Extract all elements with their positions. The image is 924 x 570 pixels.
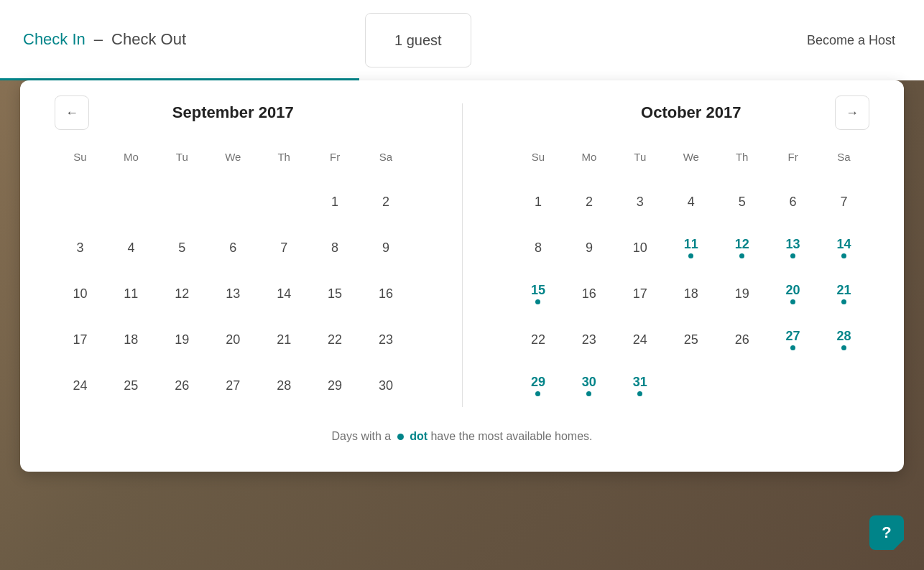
table-row[interactable]: 6 bbox=[208, 226, 259, 269]
table-row[interactable]: 5 bbox=[716, 180, 767, 223]
september-title: September 2017 bbox=[172, 103, 294, 122]
table-row[interactable]: 21 bbox=[818, 272, 869, 315]
legend-suffix: have the most available homes. bbox=[430, 430, 592, 442]
table-row[interactable]: 21 bbox=[259, 318, 310, 361]
october-title: October 2017 bbox=[641, 103, 741, 122]
table-row[interactable]: 10 bbox=[55, 272, 106, 315]
october-days: 1234567891011121314151617181920212223242… bbox=[513, 180, 870, 407]
table-row[interactable]: 20 bbox=[767, 272, 818, 315]
table-row[interactable]: 27 bbox=[767, 318, 818, 361]
table-row[interactable]: 29 bbox=[513, 364, 564, 407]
separator: – bbox=[94, 30, 103, 49]
table-row[interactable]: 7 bbox=[818, 180, 869, 223]
day-header-fr: Fr bbox=[310, 145, 361, 169]
table-row bbox=[716, 364, 767, 407]
table-row bbox=[106, 180, 157, 223]
table-row[interactable]: 6 bbox=[767, 180, 818, 223]
september-calendar: ← September 2017 Su Mo Tu We Th Fr Sa 12… bbox=[55, 103, 412, 407]
table-row[interactable]: 15 bbox=[513, 272, 564, 315]
availability-dot bbox=[535, 391, 540, 396]
oct-day-header-th: Th bbox=[716, 145, 767, 169]
table-row[interactable]: 25 bbox=[665, 318, 716, 361]
table-row[interactable]: 10 bbox=[614, 226, 665, 269]
table-row[interactable]: 4 bbox=[665, 180, 716, 223]
table-row[interactable]: 17 bbox=[55, 318, 106, 361]
table-row[interactable]: 28 bbox=[259, 364, 310, 407]
header: Check In – Check Out 1 guest Become a Ho… bbox=[0, 0, 924, 80]
table-row[interactable]: 8 bbox=[513, 226, 564, 269]
table-row[interactable]: 3 bbox=[55, 226, 106, 269]
table-row[interactable]: 5 bbox=[157, 226, 208, 269]
table-row[interactable]: 18 bbox=[106, 318, 157, 361]
table-row[interactable]: 24 bbox=[614, 318, 665, 361]
table-row bbox=[818, 364, 869, 407]
september-grid: Su Mo Tu We Th Fr Sa 1234567891011121314… bbox=[55, 145, 412, 407]
availability-dot bbox=[586, 391, 591, 396]
day-header-sa: Sa bbox=[361, 145, 412, 169]
table-row[interactable]: 24 bbox=[55, 364, 106, 407]
table-row[interactable]: 19 bbox=[716, 272, 767, 315]
table-row[interactable]: 27 bbox=[208, 364, 259, 407]
day-header-th: Th bbox=[259, 145, 310, 169]
table-row[interactable]: 1 bbox=[310, 180, 361, 223]
table-row[interactable]: 26 bbox=[716, 318, 767, 361]
table-row[interactable]: 4 bbox=[106, 226, 157, 269]
calendars-row: ← September 2017 Su Mo Tu We Th Fr Sa 12… bbox=[55, 103, 869, 407]
september-day-headers: Su Mo Tu We Th Fr Sa bbox=[55, 145, 412, 169]
table-row[interactable]: 11 bbox=[106, 272, 157, 315]
table-row[interactable]: 20 bbox=[208, 318, 259, 361]
table-row[interactable]: 16 bbox=[563, 272, 614, 315]
table-row[interactable]: 16 bbox=[361, 272, 412, 315]
table-row[interactable]: 1 bbox=[513, 180, 564, 223]
table-row[interactable]: 26 bbox=[157, 364, 208, 407]
table-row[interactable]: 17 bbox=[614, 272, 665, 315]
legend-dot-icon bbox=[397, 434, 404, 440]
table-row bbox=[55, 180, 106, 223]
table-row[interactable]: 23 bbox=[563, 318, 614, 361]
day-header-su: Su bbox=[55, 145, 106, 169]
prev-month-button[interactable]: ← bbox=[55, 95, 89, 130]
table-row[interactable]: 2 bbox=[563, 180, 614, 223]
table-row[interactable]: 7 bbox=[259, 226, 310, 269]
availability-dot bbox=[790, 299, 795, 304]
calendar-dropdown: ← September 2017 Su Mo Tu We Th Fr Sa 12… bbox=[20, 80, 904, 472]
table-row[interactable]: 13 bbox=[767, 226, 818, 269]
table-row[interactable]: 3 bbox=[614, 180, 665, 223]
availability-dot bbox=[841, 299, 846, 304]
table-row[interactable]: 2 bbox=[361, 180, 412, 223]
oct-day-header-su: Su bbox=[513, 145, 564, 169]
october-header: October 2017 → bbox=[513, 103, 870, 122]
table-row[interactable]: 30 bbox=[361, 364, 412, 407]
table-row[interactable]: 14 bbox=[818, 226, 869, 269]
table-row[interactable]: 15 bbox=[310, 272, 361, 315]
table-row[interactable]: 31 bbox=[614, 364, 665, 407]
table-row[interactable]: 12 bbox=[716, 226, 767, 269]
table-row[interactable]: 14 bbox=[259, 272, 310, 315]
table-row[interactable]: 9 bbox=[361, 226, 412, 269]
table-row[interactable]: 11 bbox=[665, 226, 716, 269]
table-row[interactable]: 29 bbox=[310, 364, 361, 407]
table-row bbox=[157, 180, 208, 223]
check-out-label: Check Out bbox=[111, 30, 186, 49]
table-row[interactable]: 28 bbox=[818, 318, 869, 361]
september-header: ← September 2017 bbox=[55, 103, 412, 122]
oct-day-header-sa: Sa bbox=[818, 145, 869, 169]
become-host-link[interactable]: Become a Host bbox=[807, 33, 895, 48]
guest-tab[interactable]: 1 guest bbox=[365, 13, 471, 67]
table-row[interactable]: 30 bbox=[563, 364, 614, 407]
day-header-tu: Tu bbox=[157, 145, 208, 169]
table-row[interactable]: 22 bbox=[513, 318, 564, 361]
table-row[interactable]: 23 bbox=[361, 318, 412, 361]
table-row[interactable]: 8 bbox=[310, 226, 361, 269]
october-calendar: October 2017 → Su Mo Tu We Th Fr Sa 1234… bbox=[513, 103, 870, 407]
table-row[interactable]: 13 bbox=[208, 272, 259, 315]
table-row[interactable]: 19 bbox=[157, 318, 208, 361]
check-in-out-tab[interactable]: Check In – Check Out bbox=[0, 0, 359, 80]
table-row[interactable]: 12 bbox=[157, 272, 208, 315]
legend: Days with a dot have the most available … bbox=[55, 430, 869, 443]
table-row[interactable]: 9 bbox=[563, 226, 614, 269]
next-month-button[interactable]: → bbox=[835, 95, 869, 130]
table-row[interactable]: 25 bbox=[106, 364, 157, 407]
table-row[interactable]: 18 bbox=[665, 272, 716, 315]
table-row[interactable]: 22 bbox=[310, 318, 361, 361]
